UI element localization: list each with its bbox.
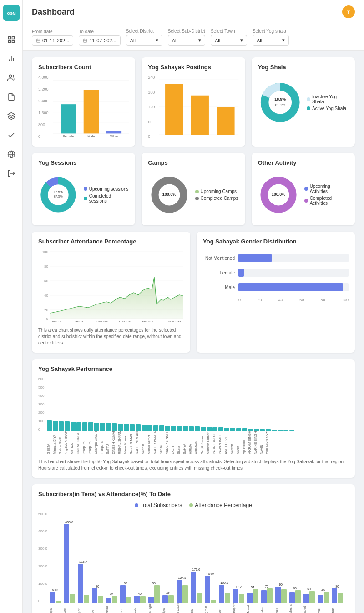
sidebar-item-users[interactable] [5, 71, 18, 85]
perf-bar [124, 424, 129, 431]
district-group: Select District All ▾ [126, 29, 162, 46]
sidebar-item-layers[interactable] [5, 109, 18, 123]
perf-bar [142, 425, 147, 431]
stacked-bar-group: 40 [134, 592, 146, 603]
perf-bar [53, 421, 58, 431]
perf-label: RAHE PARHAN [136, 431, 141, 454]
subscribers-count-card: Subscribers Count 4,000 3,200 2,400 1,60… [32, 57, 135, 147]
male-label-hbar: Male [203, 285, 235, 290]
legend-inactive: Inactive Yog Shala [307, 94, 349, 104]
stacked-bar-group: 35 [148, 582, 160, 603]
perf-bar [76, 422, 81, 431]
perf-bar [65, 421, 70, 431]
perf-bar [130, 424, 135, 431]
yog-shala-select[interactable]: All ▾ [253, 35, 289, 46]
perf-label: imarpura [82, 431, 87, 454]
town-select[interactable]: All ▾ [211, 35, 247, 46]
sub-district-group: Select Sub-District All ▾ [168, 29, 205, 46]
stacked-value-label: 80 [96, 585, 99, 588]
sidebar-item-dashboard[interactable] [5, 33, 18, 46]
svg-point-9 [9, 75, 11, 77]
subscriber-bar [50, 592, 55, 603]
from-date-input[interactable]: 01-11-202... [32, 35, 73, 46]
svg-rect-2 [8, 36, 10, 39]
subscriber-bar [177, 580, 182, 603]
sidebar-item-check[interactable] [5, 128, 18, 142]
svg-marker-10 [8, 113, 15, 117]
cards-row-2: Yog Sessions 12.5% 87.5% Upcoming sessio [32, 153, 355, 225]
perf-label [307, 431, 312, 454]
cards-row-3: Subscriber Attendance Percentage 100 80 … [32, 232, 355, 353]
stacked-bar-label: Panchkula [106, 603, 117, 613]
perf-label: Manwi Kumar [147, 431, 152, 454]
perf-bar [218, 427, 223, 431]
svg-text:Apr '24: Apr '24 [142, 320, 153, 322]
perf-label: Naeem [142, 431, 147, 454]
stacked-value-label: 171.6 [192, 568, 200, 571]
stacked-value-label: 215.7 [79, 560, 87, 563]
district-select[interactable]: All ▾ [126, 35, 162, 46]
stacked-value-label: 127.3 [178, 576, 186, 579]
attendance-bar [182, 585, 188, 603]
sessions-donut: 12.5% 87.5% [38, 174, 78, 215]
stacked-bar-label: Charkhi Dadri [176, 603, 188, 613]
female-row: Female [203, 269, 349, 277]
yaxis-800: 800 [38, 122, 49, 127]
to-date-value: 11-07-202... [89, 38, 116, 43]
stacked-bar-label: Faridabad [303, 603, 315, 613]
sessions-legend: Upcoming sessions Completed sessions [84, 187, 129, 203]
perf-label: Gulzar SHR [59, 431, 64, 454]
sub-district-select[interactable]: All ▾ [168, 35, 205, 46]
female-track [238, 269, 349, 277]
stacked-bar-group: 77.2 [233, 585, 244, 603]
sidebar-item-export[interactable] [5, 167, 18, 180]
legend-upcoming-sessions: Upcoming sessions [84, 187, 129, 192]
female-label-hbar: Female [203, 270, 235, 275]
perf-bar [159, 425, 164, 431]
perf-label [325, 431, 330, 454]
subscriber-bar [92, 588, 97, 603]
perf-label [272, 431, 277, 454]
stacked-chart-scroll[interactable]: 60.3433.6215.7802598403542127.3171.6148.… [49, 512, 349, 613]
male-bar [83, 90, 98, 133]
active-dot [307, 106, 310, 110]
perf-bar [47, 420, 52, 431]
performance-chart-scroll[interactable]: GEETAMamata DIYAGulzar SHRJagdish SHROPM… [47, 377, 349, 454]
svg-text:Posted: Posted [221, 138, 230, 139]
town-group: Select Town All ▾ [211, 29, 247, 46]
stacked-bar-group: 80 [91, 585, 103, 603]
camps-card: Camps 100.0% Upcoming Camps [142, 153, 245, 225]
stacked-bar-label: Ambala [134, 603, 146, 613]
not-mentioned-track [238, 254, 349, 262]
app-logo[interactable]: OGM [3, 5, 20, 21]
to-date-input[interactable]: 11-07-202... [79, 35, 120, 46]
yaxis-3200: 3,200 [38, 87, 49, 91]
sidebar-item-globe[interactable] [5, 147, 18, 161]
perf-label [337, 431, 342, 454]
stacked-bar-group: 25 [106, 593, 117, 603]
attendance-bar [324, 592, 329, 603]
page-title: Dashboard [32, 7, 75, 17]
subscriber-bar [332, 588, 337, 603]
stacked-value-label: 100.9 [220, 581, 228, 584]
svg-rect-4 [8, 41, 10, 43]
yog-sessions-title: Yog Sessions [38, 159, 129, 166]
perf-bar [88, 422, 93, 431]
stacked-bar-label: Jind [91, 603, 103, 613]
sidebar-item-analytics[interactable] [5, 52, 18, 66]
stacked-value-label: 42 [166, 592, 170, 595]
stacked-bar-group: 45 [317, 588, 329, 603]
sidebar-item-files[interactable] [5, 90, 18, 104]
svg-rect-33 [165, 84, 183, 135]
svg-text:Mar '24: Mar '24 [119, 320, 131, 322]
subscriber-bar [261, 590, 267, 603]
perf-label: PAWAN RAO [218, 431, 223, 454]
cards-row-1: Subscribers Count 4,000 3,200 2,400 1,60… [32, 57, 355, 147]
other-activity-title: Other Activity [258, 159, 349, 166]
svg-text:May '24: May '24 [168, 320, 181, 322]
subscriber-bar [247, 593, 253, 603]
yog-shala-title: Yog Shala [258, 64, 349, 71]
stacked-bar-label: Yamunanagar [148, 603, 160, 613]
town-label: Select Town [211, 29, 247, 34]
other-activity-card: Other Activity 100.0% Upcoming Activitie… [252, 153, 355, 225]
